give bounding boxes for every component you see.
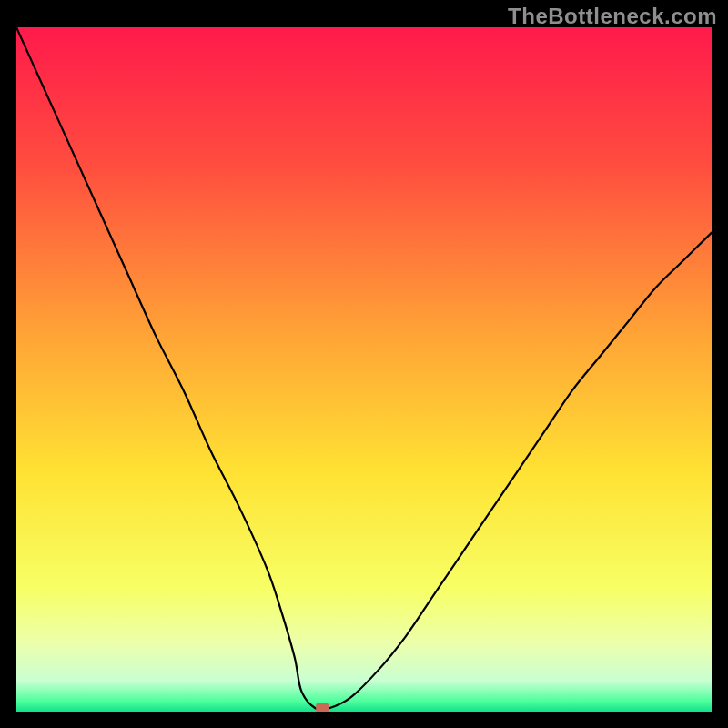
minimum-marker <box>316 703 329 712</box>
chart-frame: TheBottleneck.com <box>0 0 728 728</box>
bottleneck-chart <box>16 27 712 712</box>
plot-area <box>16 27 712 712</box>
gradient-background <box>16 27 712 712</box>
watermark-text: TheBottleneck.com <box>508 4 717 29</box>
